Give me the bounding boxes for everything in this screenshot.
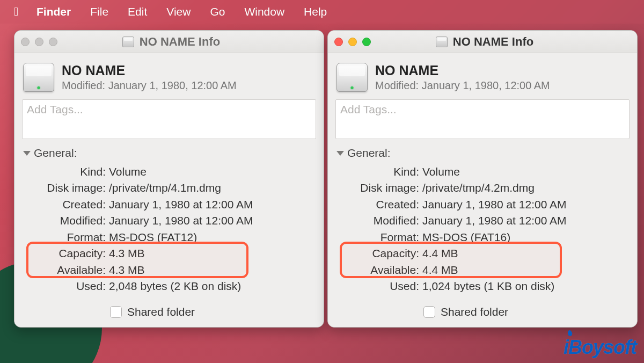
chevron-down-icon [336,151,344,156]
close-button[interactable] [334,38,343,46]
section-general-label: General: [347,147,391,159]
titlebar[interactable]: NO NAME Info [328,31,637,53]
volume-icon [336,63,368,92]
tags-input[interactable]: Add Tags... [22,99,316,139]
disk-icon [122,37,134,47]
kv-value: 4.4 MB [422,262,628,278]
section-general-label: General: [34,147,77,159]
kv-value: January 1, 1980 at 12:00 AM [109,213,315,229]
shared-folder-checkbox[interactable] [423,306,435,318]
kv-key: Kind: [23,164,109,180]
menu-go[interactable]: Go [200,5,235,18]
kv-key: Disk image: [336,180,422,196]
chevron-down-icon [23,151,31,156]
info-window-left: NO NAME Info NO NAME Modified: January 1… [14,30,324,328]
window-title: NO NAME Info [453,35,533,49]
zoom-button[interactable] [49,38,57,46]
kv-key: Disk image: [23,180,109,196]
kv-key: Capacity: [336,245,422,262]
shared-folder-label: Shared folder [127,306,195,318]
modified-summary: Modified: January 1, 1980, 12:00 AM [62,79,237,92]
volume-icon [23,63,54,92]
kv-key: Capacity: [23,245,109,262]
kv-value: 4.3 MB [109,245,315,262]
kv-value: 2,048 bytes (2 KB on disk) [109,278,315,294]
modified-summary: Modified: January 1, 1980, 12:00 AM [375,79,550,92]
kv-value: Volume [109,164,315,180]
close-button[interactable] [21,38,30,46]
minimize-button[interactable] [348,38,357,46]
general-disclosure[interactable]: General: [335,139,630,164]
kv-key: Kind: [336,164,422,180]
menu-edit[interactable]: Edit [118,5,157,18]
disk-icon [436,37,448,47]
menu-window[interactable]: Window [235,5,294,18]
macos-menubar:  Finder File Edit View Go Window Help [0,0,644,24]
kv-value: January 1, 1980 at 12:00 AM [109,197,315,213]
kv-key: Used: [336,278,422,294]
kv-key: Format: [336,229,422,245]
kv-value: 4.3 MB [109,262,315,278]
tags-input[interactable]: Add Tags... [335,99,630,139]
kv-key: Available: [23,262,109,278]
volume-name: NO NAME [375,63,550,78]
kv-key: Modified: [23,213,109,229]
kv-value: 1,024 bytes (1 KB on disk) [422,278,628,294]
minimize-button[interactable] [35,38,43,46]
window-title: NO NAME Info [140,35,220,49]
apple-menu-icon[interactable]:  [5,5,27,19]
shared-folder-checkbox[interactable] [110,306,122,318]
menu-help[interactable]: Help [294,5,336,18]
kv-value: MS-DOS (FAT12) [109,229,315,245]
kv-value: January 1, 1980 at 12:00 AM [422,213,628,229]
kv-key: Modified: [336,213,422,229]
volume-name: NO NAME [62,63,237,78]
menu-view[interactable]: View [157,5,200,18]
window-controls [334,38,371,46]
kv-key: Created: [336,197,422,213]
kv-value: 4.4 MB [422,245,628,262]
watermark-logo: iBoysoft [564,336,636,359]
shared-folder-label: Shared folder [441,306,508,318]
general-disclosure[interactable]: General: [22,139,316,164]
kv-key: Format: [23,229,109,245]
kv-key: Used: [23,278,109,294]
info-window-right: NO NAME Info NO NAME Modified: January 1… [327,30,638,328]
kv-value: /private/tmp/4.2m.dmg [422,180,628,196]
titlebar[interactable]: NO NAME Info [14,31,324,53]
zoom-button[interactable] [362,38,371,46]
window-controls [21,38,57,46]
menubar-app-name[interactable]: Finder [27,5,80,18]
menu-file[interactable]: File [80,5,118,18]
kv-value: January 1, 1980 at 12:00 AM [422,197,628,213]
kv-value: Volume [422,164,628,180]
kv-value: MS-DOS (FAT16) [422,229,628,245]
kv-key: Created: [23,197,109,213]
kv-key: Available: [336,262,422,278]
kv-value: /private/tmp/4.1m.dmg [109,180,315,196]
